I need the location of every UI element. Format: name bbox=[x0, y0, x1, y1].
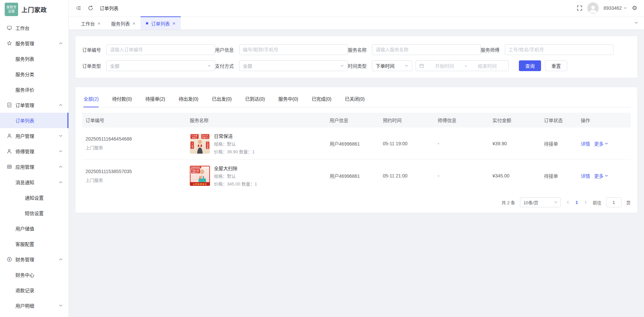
sidebar-item-sms-settings[interactable]: 短信设置 bbox=[0, 205, 68, 221]
user-menu[interactable]: 8933462 bbox=[603, 5, 627, 11]
app-title: 上门家政 bbox=[21, 5, 47, 14]
page-title: 订单列表 bbox=[100, 5, 118, 11]
sidebar-item-label: 短信设置 bbox=[25, 210, 44, 216]
chevron-down-icon bbox=[604, 174, 608, 178]
next-page-icon[interactable] bbox=[583, 200, 588, 205]
goto-label: 前往 bbox=[593, 199, 601, 206]
sidebar-item-notice-settings[interactable]: 通知设置 bbox=[0, 190, 68, 205]
tab-order-list[interactable]: 订单列表 × bbox=[141, 16, 180, 30]
calendar-icon bbox=[419, 63, 424, 68]
sidebar-item-order-mgmt[interactable]: 订单管理 bbox=[0, 97, 68, 113]
sidebar-item-refund-records[interactable]: 退款记录 bbox=[0, 282, 68, 298]
sidebar-item-service-list[interactable]: 服务列表 bbox=[0, 51, 68, 66]
col-actions: 操作 bbox=[577, 117, 631, 123]
filter-label: 用户信息 bbox=[215, 46, 239, 53]
chevron-down-icon bbox=[58, 134, 63, 138]
sidebar-item-label: 服务评价 bbox=[15, 86, 34, 93]
user-info: 用户46996861 bbox=[326, 172, 380, 179]
page-size-select[interactable]: 10条/页 bbox=[520, 197, 561, 207]
col-status: 订单状态 bbox=[541, 117, 578, 123]
sidebar-item-service-category[interactable]: 服务分类 bbox=[0, 66, 68, 82]
filter-pay-method: 支付方式 全部 bbox=[215, 60, 348, 71]
goto-page-input[interactable] bbox=[606, 197, 622, 207]
sidebar-item-master-details[interactable]: 师傅明细 bbox=[0, 313, 68, 317]
service-spec: 规格：默认 bbox=[214, 141, 255, 147]
status-tab-arrived[interactable]: 已到达(0) bbox=[245, 93, 265, 107]
gear-icon[interactable]: ⚙ bbox=[632, 5, 637, 11]
fullscreen-icon[interactable] bbox=[577, 5, 583, 11]
close-icon[interactable]: × bbox=[172, 21, 175, 26]
close-icon[interactable]: × bbox=[132, 21, 135, 26]
menu-fold-icon[interactable] bbox=[75, 5, 82, 11]
worker-icon bbox=[7, 149, 12, 154]
sidebar-item-label: 财务管理 bbox=[15, 256, 34, 263]
order-no-input[interactable] bbox=[110, 47, 211, 52]
status-tab-unpaid[interactable]: 待付款(0) bbox=[112, 93, 132, 107]
date-separator: - bbox=[465, 63, 467, 68]
detail-link[interactable]: 详情 bbox=[581, 140, 590, 147]
more-link[interactable]: 更多 bbox=[594, 140, 608, 147]
monitor-icon bbox=[7, 25, 12, 31]
sidebar-item-label: 通知设置 bbox=[25, 194, 44, 201]
sidebar-item-message-notice[interactable]: 消息通知 bbox=[0, 174, 68, 190]
filter-order-type: 订单类型 全部 bbox=[82, 60, 215, 71]
sidebar-item-workbench[interactable]: 工作台 bbox=[0, 20, 68, 36]
tabs-collapse-icon[interactable] bbox=[634, 20, 639, 25]
order-type: 上门服务 bbox=[86, 144, 183, 151]
star-icon bbox=[7, 41, 12, 46]
coin-icon bbox=[7, 257, 12, 262]
reset-button[interactable]: 重置 bbox=[545, 60, 567, 71]
sidebar-item-service-review[interactable]: 服务评价 bbox=[0, 82, 68, 97]
sidebar-item-user-stored-value[interactable]: 用户储值 bbox=[0, 221, 68, 236]
time-type-select[interactable]: 下单时间 bbox=[372, 60, 412, 71]
order-type-select[interactable]: 全部 bbox=[106, 60, 215, 71]
search-button[interactable]: 查询 bbox=[519, 60, 541, 71]
status-tab-completed[interactable]: 已完成(0) bbox=[312, 93, 331, 107]
col-user-info: 用户信息 bbox=[326, 117, 380, 123]
logo-badge: 家政专业版 bbox=[5, 3, 18, 16]
refresh-icon[interactable] bbox=[88, 5, 94, 11]
col-service-name: 服务名称 bbox=[186, 117, 326, 123]
sidebar-item-label: 消息通知 bbox=[15, 179, 34, 186]
detail-link[interactable]: 详情 bbox=[581, 172, 590, 179]
topbar: 订单列表 8933462 ⚙ bbox=[69, 0, 644, 16]
status-tab-all[interactable]: 全部(2) bbox=[84, 93, 99, 107]
service-name-input[interactable] bbox=[376, 47, 477, 52]
page-number[interactable]: 1 bbox=[575, 200, 579, 205]
tab-workbench[interactable]: 工作台 × bbox=[75, 16, 106, 30]
sidebar-item-customer-service-config[interactable]: 客服配置 bbox=[0, 236, 68, 252]
master-info: - bbox=[434, 141, 489, 146]
service-name: 日常保洁 bbox=[214, 133, 255, 139]
date-range-picker[interactable]: 开始时间 - 结束时间 bbox=[416, 60, 509, 71]
sidebar-item-finance-center[interactable]: 财务中心 bbox=[0, 267, 68, 282]
status-tab-pending-depart[interactable]: 待出发(0) bbox=[178, 93, 198, 107]
sidebar-item-service-mgmt[interactable]: 服务管理 bbox=[0, 36, 68, 51]
user-info-input[interactable] bbox=[243, 47, 344, 52]
more-link[interactable]: 更多 bbox=[594, 172, 608, 179]
service-master-input[interactable] bbox=[508, 47, 610, 52]
sidebar-item-user-mgmt[interactable]: 用户管理 bbox=[0, 128, 68, 144]
sidebar-item-app-mgmt[interactable]: 应用管理 bbox=[0, 159, 68, 174]
avatar[interactable] bbox=[587, 2, 599, 14]
sidebar-item-finance-mgmt[interactable]: 财务管理 bbox=[0, 252, 68, 267]
service-price-qty: 价格：39.90 数量：1 bbox=[214, 148, 255, 155]
tab-label: 工作台 bbox=[81, 20, 95, 27]
pay-method-select[interactable]: 全部 bbox=[239, 60, 348, 71]
sidebar-item-order-list[interactable]: 订单列表 bbox=[0, 113, 68, 128]
prev-page-icon[interactable] bbox=[566, 200, 570, 205]
status-tab-in-service[interactable]: 服务中(0) bbox=[278, 93, 298, 107]
status-tab-closed[interactable]: 已关闭(0) bbox=[345, 93, 365, 107]
service-image: 同城家政服务 专业人员当日上门 全屋精细保洁 bbox=[190, 166, 210, 186]
table-row: 202505111538557035 上门服务 bbox=[82, 160, 631, 192]
sidebar-item-label: 应用管理 bbox=[15, 163, 34, 170]
status-tab-pending-accept[interactable]: 待接单(2) bbox=[145, 93, 165, 107]
tab-service-list[interactable]: 服务列表 × bbox=[106, 16, 141, 30]
service-spec: 规格：默认 bbox=[214, 173, 257, 179]
status-tab-departed[interactable]: 已出发(0) bbox=[212, 93, 232, 107]
sidebar-item-user-details[interactable]: 用户明细 bbox=[0, 298, 68, 313]
sidebar-item-label: 服务管理 bbox=[15, 40, 34, 47]
sidebar-item-label: 工作台 bbox=[15, 24, 30, 31]
order-status: 待接单 bbox=[541, 140, 578, 147]
sidebar-item-master-mgmt[interactable]: 师傅管理 bbox=[0, 144, 68, 159]
close-icon[interactable]: × bbox=[98, 21, 100, 26]
